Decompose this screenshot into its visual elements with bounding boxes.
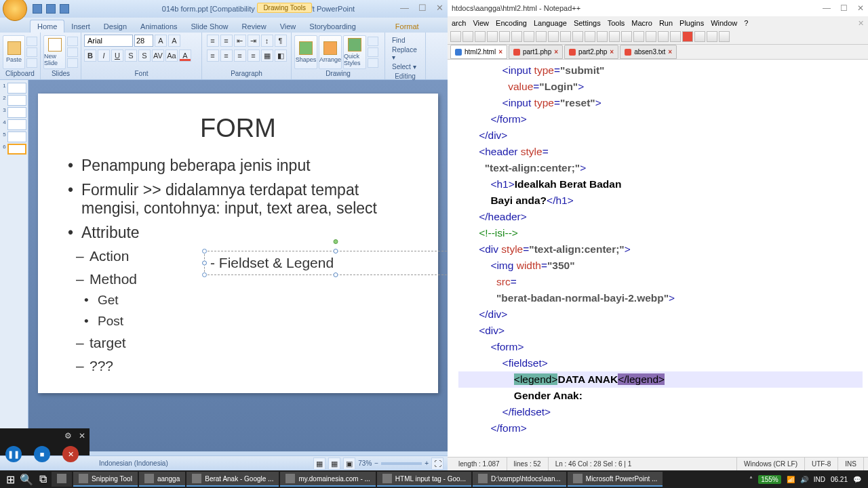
- tab-storyboarding[interactable]: Storyboarding: [302, 20, 363, 33]
- taskbar-vscode[interactable]: [52, 472, 72, 487]
- npp-menubar[interactable]: arch View Encoding Language Settings Too…: [448, 16, 868, 30]
- language-indicator[interactable]: Indonesian (Indonesia): [99, 460, 168, 467]
- thumb-1[interactable]: [7, 83, 26, 94]
- menu-plugins[interactable]: Plugins: [679, 19, 704, 27]
- new-slide-button[interactable]: New Slide: [43, 35, 66, 69]
- tab-part2[interactable]: part2.php×: [564, 45, 618, 59]
- tab-close-icon[interactable]: ×: [668, 48, 672, 56]
- thumb-6[interactable]: [7, 144, 26, 155]
- minimize-icon[interactable]: —: [823, 3, 831, 13]
- npp-toolbar[interactable]: [448, 30, 868, 45]
- taskbar-npp[interactable]: D:\xampp\htdocs\aan...: [473, 472, 566, 487]
- align-center-icon[interactable]: ≡: [220, 49, 233, 62]
- layout-icon[interactable]: [67, 37, 78, 46]
- menu-tools[interactable]: Tools: [608, 19, 625, 27]
- paste-button[interactable]: Paste: [3, 35, 25, 69]
- volume-icon[interactable]: 🔊: [800, 476, 808, 483]
- menu-search[interactable]: arch: [452, 19, 466, 27]
- smartart-icon[interactable]: ◧: [275, 49, 287, 62]
- case-button[interactable]: Aa: [165, 49, 178, 62]
- minimize-icon[interactable]: —: [400, 3, 409, 13]
- grow-font-icon[interactable]: A: [155, 35, 167, 47]
- paste-icon[interactable]: [548, 31, 559, 42]
- fieldset-textbox[interactable]: - Fieldset & Legend: [204, 251, 467, 275]
- slide-thumbnails[interactable]: 1 2 3 4 5 6: [0, 80, 28, 451]
- replace-button[interactable]: Replace ▾: [389, 45, 421, 62]
- menu-view[interactable]: View: [473, 19, 489, 27]
- numbering-icon[interactable]: ≡: [220, 35, 233, 47]
- tab-insert[interactable]: Insert: [64, 20, 97, 33]
- resize-handle[interactable]: [334, 272, 338, 277]
- find-icon[interactable]: [585, 31, 595, 42]
- taskbar-snipping[interactable]: Snipping Tool: [73, 472, 138, 487]
- thumb-4[interactable]: [7, 119, 26, 130]
- search-icon[interactable]: 🔍: [19, 472, 34, 487]
- arrange-button[interactable]: Arrange: [319, 35, 342, 69]
- wifi-icon[interactable]: 📶: [787, 476, 795, 483]
- linespacing-icon[interactable]: ↕: [261, 35, 273, 47]
- align-right-icon[interactable]: ≡: [234, 49, 246, 62]
- new-icon[interactable]: [450, 31, 461, 42]
- taskbar-explorer[interactable]: aangga: [139, 472, 185, 487]
- tab-animations[interactable]: Animations: [134, 20, 184, 33]
- zoom-in-icon[interactable]: +: [425, 460, 429, 467]
- maximize-icon[interactable]: ☐: [840, 3, 848, 13]
- resize-handle[interactable]: [202, 261, 207, 266]
- tab-review[interactable]: Review: [235, 20, 273, 33]
- menu-macro[interactable]: Macro: [631, 19, 652, 27]
- close-icon[interactable]: ✕: [436, 3, 443, 13]
- zoom-out-icon[interactable]: [621, 31, 632, 42]
- close-icon[interactable]: [499, 31, 510, 42]
- format-painter-icon[interactable]: [26, 58, 37, 68]
- delete-icon[interactable]: [67, 58, 78, 68]
- shrink-font-icon[interactable]: A: [168, 35, 180, 47]
- tab-slideshow[interactable]: Slide Show: [184, 20, 235, 33]
- menu-language[interactable]: Language: [534, 19, 567, 27]
- resize-handle[interactable]: [334, 249, 338, 253]
- font-size-select[interactable]: 28: [134, 35, 153, 47]
- shape-outline-icon[interactable]: [368, 47, 378, 57]
- wrap-icon[interactable]: [633, 31, 644, 42]
- tab-view[interactable]: View: [273, 20, 303, 33]
- drawing-tools-tab[interactable]: Drawing Tools: [257, 3, 312, 13]
- cut-icon[interactable]: [26, 37, 37, 46]
- taskbar-chrome1[interactable]: Berat Anak - Google ...: [186, 472, 279, 487]
- redo-icon[interactable]: [572, 31, 583, 42]
- font-color-button[interactable]: A: [179, 49, 191, 62]
- menu-help[interactable]: ?: [744, 19, 748, 27]
- shape-effects-icon[interactable]: [368, 58, 378, 68]
- bold-button[interactable]: B: [84, 49, 96, 62]
- tab-format[interactable]: Format: [389, 20, 426, 33]
- tab-html2[interactable]: html2.html×: [450, 45, 507, 59]
- strike-button[interactable]: S: [125, 49, 137, 62]
- notifications-icon[interactable]: 💬: [853, 476, 861, 483]
- quick-access-toolbar[interactable]: [33, 4, 69, 14]
- menu-window[interactable]: Window: [711, 19, 737, 27]
- tab-close-icon[interactable]: ×: [498, 48, 502, 56]
- record-cancel-button[interactable]: ✕: [62, 446, 79, 462]
- view-sorter-icon[interactable]: ▦: [328, 458, 340, 470]
- menu-run[interactable]: Run: [659, 19, 673, 27]
- battery-icon[interactable]: 155%: [758, 475, 781, 484]
- select-button[interactable]: Select ▾: [389, 62, 421, 71]
- taskbar-powerpoint[interactable]: Microsoft PowerPoint ...: [568, 472, 663, 487]
- resize-handle[interactable]: [202, 272, 207, 277]
- replace-icon[interactable]: [597, 31, 608, 42]
- copy-icon[interactable]: [26, 47, 37, 57]
- slide-canvas[interactable]: FORM Penampung beberapa jenis input Form…: [28, 80, 448, 451]
- reset-icon[interactable]: [67, 47, 78, 57]
- showall-icon[interactable]: [646, 31, 656, 42]
- bullets-icon[interactable]: ≡: [207, 35, 219, 47]
- play-icon[interactable]: [694, 31, 705, 42]
- thumb-3[interactable]: [7, 107, 26, 118]
- direction-icon[interactable]: ¶: [275, 35, 287, 47]
- font-name-select[interactable]: Arial: [84, 35, 133, 47]
- shadow-button[interactable]: S: [138, 49, 151, 62]
- columns-icon[interactable]: ▦: [261, 49, 273, 62]
- tray-up-icon[interactable]: ˄: [749, 476, 753, 483]
- tab-close-icon[interactable]: ×: [554, 48, 558, 56]
- save-icon[interactable]: [475, 31, 486, 42]
- menu-settings[interactable]: Settings: [574, 19, 601, 27]
- tab-absen3[interactable]: absen3.txt×: [620, 45, 677, 59]
- undo-icon[interactable]: [560, 31, 571, 42]
